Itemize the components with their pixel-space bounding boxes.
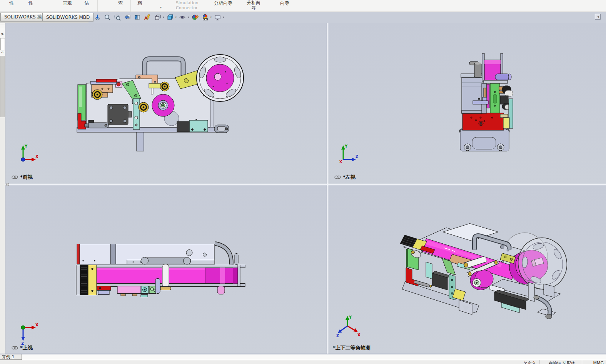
svg-text:X: X [35,155,38,159]
viewport-front[interactable]: Y X *前视 [5,23,327,184]
linked-views-icon [12,175,18,179]
view-label-front: *前视 [12,174,33,181]
ribbon-separator [97,0,98,12]
expand-panel-chevron[interactable]: > [1,32,4,36]
status-editing-assembly: 在编辑 装配体 [549,361,576,364]
panel-divider [0,29,5,29]
svg-text:X: X [35,323,38,327]
view-label-text: *左视 [343,174,356,181]
svg-text:Y: Y [24,144,28,148]
zoom-to-area-icon[interactable] [114,13,122,21]
left-view-model [328,23,606,184]
status-under-defined: 欠定义 [523,361,536,364]
dynamic-annotation-icon[interactable]: A [144,13,152,21]
status-separator [539,360,540,364]
viewport-vertical-splitter[interactable] [327,23,328,354]
view-settings-caret[interactable]: ▾ [223,16,224,19]
status-separator [582,360,582,364]
collapse-taskpane-button[interactable]: ◄ [595,14,601,20]
panel-scrollbar-track[interactable] [0,56,5,354]
svg-text:Y: Y [349,315,352,319]
ribbon-label-fragment: 估 [84,0,89,7]
view-label-text: *前视 [20,174,33,181]
ribbon-label-simulation-connector: Simulation Connector [176,0,207,10]
apply-scene-caret[interactable]: ▾ [210,16,212,19]
isometric-view-model [328,185,606,354]
ribbon-separator [130,0,131,12]
previous-view-icon[interactable] [124,13,132,21]
view-label-text: *上下二等角轴测 [333,344,371,351]
front-view-model [5,23,327,184]
ribbon-label-fragment: 分析向导 [245,0,262,10]
ribbon-remnant: 性 性 直观 估 查 档 ▾ Simulation Connector 分析向导… [0,0,606,12]
svg-text:Y: Y [344,144,348,148]
motion-study-tab-bar: 算例 1 [0,354,606,360]
viewport-isometric[interactable]: Y X Z *上下二等角轴测 [328,185,606,354]
svg-text:Z: Z [356,155,358,159]
normal-to-icon[interactable] [93,13,102,21]
display-style-caret[interactable]: ▾ [175,16,177,19]
isometric-triad: Y X Z [336,314,361,337]
front-triad: Y X [18,143,38,163]
top-view-model [5,185,327,354]
panel-divider [0,25,5,25]
top-triad: X Z [18,323,40,345]
magnify-icon[interactable] [104,13,112,21]
tab-motion-study-1[interactable]: 算例 1 [0,354,22,360]
status-bar: 欠定义 在编辑 装配体 MMG [0,360,606,364]
view-label-left: *左视 [334,174,356,181]
ribbon-label-fragment: 性 [28,0,33,7]
viewport-top[interactable]: X Z *上视 [5,185,327,354]
edit-appearance-icon[interactable] [191,13,199,21]
svg-text:X: X [339,160,342,163]
ribbon-label-fragment: 查 [118,0,123,7]
view-orientation-icon[interactable] [154,13,162,21]
view-label-text: *上视 [20,344,33,351]
ribbon-label-fragment: 向导 [280,0,289,7]
viewport-left[interactable]: Y Z X *左视 [328,23,606,184]
left-triad: Y Z X [339,143,359,163]
view-label-isometric: *上下二等角轴测 [333,344,371,351]
four-viewport-area: Y X *前视 [5,23,606,354]
panel-scrollbar-thumb[interactable] [0,56,5,117]
scroll-up-arrow[interactable]: ^ [1,51,4,55]
addin-tab-row: SOLIDWORKS 插件 SOLIDWORKS MBD A [0,12,606,23]
view-settings-icon[interactable] [214,13,222,21]
panel-thumb-box[interactable] [0,38,5,50]
ribbon-label-fragment: 性 [9,0,14,7]
svg-text:Z: Z [336,334,339,337]
ribbon-label-fragment: 直观 [63,0,72,7]
display-style-icon[interactable] [166,13,174,21]
hide-show-items-icon[interactable] [179,13,187,21]
heads-up-view-toolbar: A ▾ ▾ ▾ ▾ ▾ [93,13,224,21]
graphics-workspace: > ^ [0,23,606,354]
view-label-top: *上视 [12,344,33,351]
status-unit-system: MMG [593,361,604,364]
ribbon-label-fragment: 分析向导 [214,0,232,7]
ribbon-dropdown-caret[interactable]: ▾ [160,6,162,9]
solidworks-window: 性 性 直观 估 查 档 ▾ Simulation Connector 分析向导… [0,0,606,364]
view-orientation-caret[interactable]: ▾ [163,16,164,19]
splitter-knob[interactable] [6,183,9,186]
section-view-icon[interactable] [134,13,142,21]
collapsed-feature-panel: > ^ [0,23,5,354]
ribbon-separator [175,0,175,12]
linked-views-icon [334,175,341,179]
ribbon-label-fragment: 档 [137,0,142,7]
hide-show-caret[interactable]: ▾ [188,16,189,19]
svg-text:X: X [357,333,361,337]
linked-views-icon [12,346,18,350]
tab-solidworks-mbd[interactable]: SOLIDWORKS MBD [42,13,93,22]
apply-scene-icon[interactable] [201,13,209,21]
viewport-horizontal-splitter[interactable] [5,184,606,185]
